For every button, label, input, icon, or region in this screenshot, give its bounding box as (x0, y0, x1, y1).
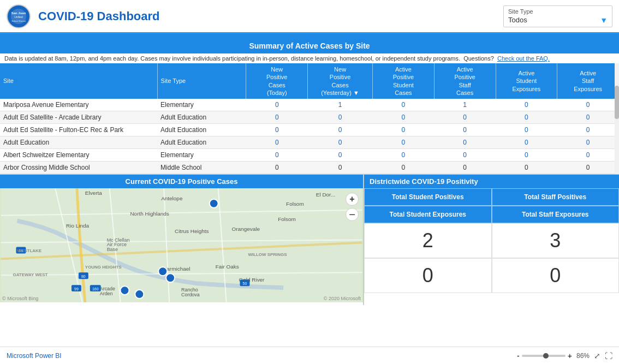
table-cell[interactable]: 0 (246, 149, 308, 162)
svg-text:80: 80 (81, 275, 86, 278)
table-cell[interactable]: 0 (496, 99, 557, 111)
table-cell[interactable]: 0 (496, 111, 557, 124)
svg-text:99: 99 (74, 287, 79, 291)
metric-header-1: Total Staff Positives (492, 188, 620, 206)
svg-text:YOUNG HEIGHTS: YOUNG HEIGHTS (85, 265, 122, 270)
bottom-section: Current COVID-19 Positive Cases (0, 174, 619, 305)
map-background: 16 80 50 99 160 Elverta Antelope (0, 188, 363, 302)
table-row: Arbor Crossing Middle SchoolMiddle Schoo… (0, 162, 619, 174)
table-cell[interactable]: 0 (308, 149, 373, 162)
table-cell[interactable]: 0 (308, 136, 373, 149)
table-cell[interactable]: 0 (373, 111, 435, 124)
table-cell[interactable]: 0 (434, 162, 496, 174)
table-cell: Adult Education (157, 124, 246, 136)
footer-right: - + 86% ⤢ ⛶ (517, 351, 612, 360)
table-cell[interactable]: 0 (496, 162, 557, 174)
table-cell[interactable]: 0 (496, 136, 557, 149)
table-row: Adult EducationAdult Education000000 (0, 136, 619, 149)
table-cell: Adult Ed Satellite - Arcade Library (0, 111, 157, 124)
table-cell[interactable]: 0 (434, 136, 496, 149)
metric-header-3: Total Staff Exposures (492, 206, 620, 223)
table-cell[interactable]: 0 (434, 124, 496, 136)
metric-value-3: 0 (492, 258, 620, 293)
zoom-in-button[interactable]: + (346, 193, 359, 206)
col-active-staff[interactable]: ActivePositiveStaffCases (434, 63, 496, 99)
zoom-minus-btn[interactable]: - (517, 351, 520, 360)
faq-link[interactable]: Check out the FAQ. (497, 55, 550, 62)
site-type-select[interactable]: Todos ▼ (508, 16, 608, 25)
svg-text:San Juan: San Juan (11, 11, 26, 15)
metric-value-0: 2 (364, 223, 492, 258)
logo: San Juan Unified School District (7, 4, 31, 28)
table-cell[interactable]: 0 (557, 149, 619, 162)
table-cell[interactable]: 0 (246, 99, 308, 111)
col-active-student[interactable]: ActivePositiveStudentCases (373, 63, 435, 99)
svg-point-50 (121, 286, 129, 295)
map-copyright: © 2020 Microsoft (324, 296, 361, 301)
site-type-filter[interactable]: Site Type Todos ▼ (503, 5, 612, 27)
zoom-level: 86% (576, 352, 590, 360)
table-cell[interactable]: 0 (496, 124, 557, 136)
table-cell[interactable]: 1 (308, 99, 373, 111)
svg-text:Cordova: Cordova (181, 292, 200, 297)
col-new-yesterday[interactable]: NewPositiveCases(Yesterday) ▼ (308, 63, 373, 99)
scrollbar-thumb[interactable] (615, 86, 619, 119)
metric-header-0: Total Student Positives (364, 188, 492, 206)
table-cell[interactable]: 0 (434, 111, 496, 124)
zoom-plus-btn[interactable]: + (568, 351, 572, 360)
svg-text:North Highlands: North Highlands (130, 211, 169, 217)
table-cell[interactable]: 0 (434, 149, 496, 162)
table-cell[interactable]: 0 (557, 99, 619, 111)
powerbi-link[interactable]: Microsoft Power BI (7, 352, 62, 360)
svg-text:Antelope: Antelope (161, 195, 183, 201)
col-site-type[interactable]: Site Type (157, 63, 246, 99)
table-cell[interactable]: 0 (373, 149, 435, 162)
table-cell[interactable]: 0 (308, 162, 373, 174)
table-row: Adult Ed Satellite - Arcade LibraryAdult… (0, 111, 619, 124)
table-cell[interactable]: 0 (246, 124, 308, 136)
metric-value-1: 3 (492, 223, 620, 258)
zoom-out-button[interactable]: − (346, 208, 359, 221)
table-cell[interactable]: 0 (246, 136, 308, 149)
table-cell[interactable]: 0 (557, 111, 619, 124)
map-container[interactable]: 16 80 50 99 160 Elverta Antelope (0, 188, 363, 302)
col-site[interactable]: Site (0, 63, 157, 99)
dashboard-title: COVID-19 Dashboard (38, 9, 503, 23)
cases-table: Site Site Type NewPositiveCases(Today) N… (0, 63, 619, 174)
zoom-slider[interactable] (522, 355, 566, 357)
table-cell[interactable]: 0 (373, 124, 435, 136)
data-note: Data is updated at 8am, 12pm, and 4pm ea… (0, 53, 619, 63)
table-cell[interactable]: 0 (308, 124, 373, 136)
header: San Juan Unified School District COVID-1… (0, 0, 619, 34)
col-new-today[interactable]: NewPositiveCases(Today) (246, 63, 308, 99)
expand-icon[interactable]: ⤢ (594, 351, 600, 360)
summary-title: Summary of Active Cases by Site (0, 38, 619, 53)
table-header-row: Site Site Type NewPositiveCases(Today) N… (0, 63, 619, 99)
col-staff-exp[interactable]: ActiveStaffExposures (557, 63, 619, 99)
table-cell[interactable]: 0 (246, 111, 308, 124)
scrollbar[interactable] (615, 63, 619, 174)
districtwide-section: Districtwide COVID-19 Positivity Total S… (363, 174, 619, 305)
metrics-grid: Total Student PositivesTotal Staff Posit… (364, 188, 619, 293)
table-cell[interactable]: 0 (557, 124, 619, 136)
table-cell[interactable]: 0 (373, 136, 435, 149)
table-cell[interactable]: 1 (434, 99, 496, 111)
table-cell[interactable]: 0 (373, 99, 435, 111)
zoom-slider-thumb (543, 353, 549, 359)
fullscreen-icon[interactable]: ⛶ (605, 351, 612, 360)
table-cell[interactable]: 0 (246, 162, 308, 174)
table-cell: Elementary (157, 149, 246, 162)
svg-text:School District: School District (11, 20, 26, 22)
table-cell[interactable]: 0 (557, 162, 619, 174)
table-cell[interactable]: 0 (496, 149, 557, 162)
table-cell[interactable]: 0 (557, 136, 619, 149)
table-cell[interactable]: 0 (373, 162, 435, 174)
cases-table-wrapper: Site Site Type NewPositiveCases(Today) N… (0, 63, 619, 174)
col-student-exp[interactable]: ActiveStudentExposures (496, 63, 557, 99)
table-body: Mariposa Avenue ElementaryElementary0101… (0, 99, 619, 174)
svg-text:Orangevale: Orangevale (232, 226, 260, 232)
chevron-down-icon: ▼ (600, 16, 608, 25)
svg-text:Folsom: Folsom (278, 216, 296, 222)
svg-text:Citrus Heights: Citrus Heights (175, 228, 209, 234)
table-cell[interactable]: 0 (308, 111, 373, 124)
